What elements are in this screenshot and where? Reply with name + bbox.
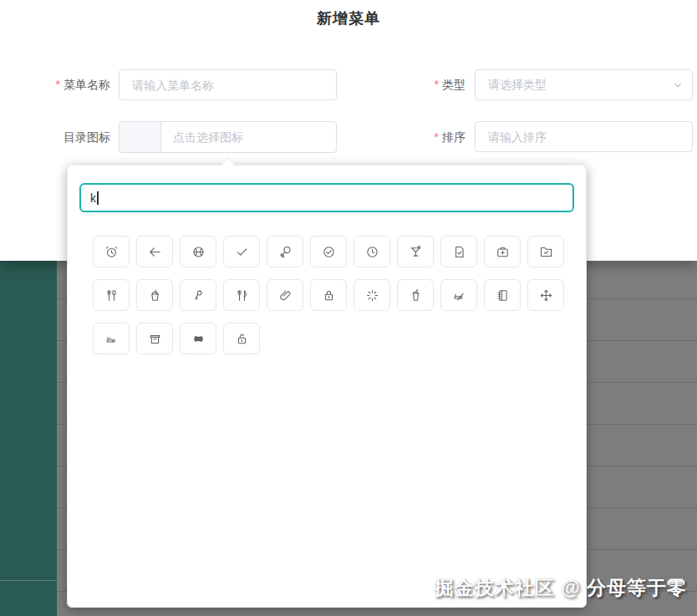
magic-stick-icon: [365, 288, 379, 303]
text-caret: [97, 191, 99, 205]
menu-name-input[interactable]: [119, 69, 337, 100]
icon-option-alarm-clock[interactable]: [93, 236, 130, 267]
check-icon: [235, 245, 249, 259]
icon-grid: [93, 236, 566, 354]
icon-option-tickets[interactable]: [180, 323, 216, 354]
fork-spoon-icon: [104, 288, 119, 303]
icon-option-rank[interactable]: [527, 279, 564, 311]
unlock-icon: [235, 332, 249, 346]
screen: 新增菜单 *菜单名称 *类型 请选择类型 目录图标 *排序 k: [0, 0, 697, 616]
alarm-clock-icon: [104, 245, 119, 259]
icon-search-value: k: [90, 191, 96, 205]
circle-check-icon: [322, 245, 336, 259]
no-smoking-icon: [452, 288, 466, 303]
notebook-icon: [496, 288, 510, 303]
icon-option-lock[interactable]: [310, 279, 347, 311]
icon-option-ice-drink[interactable]: [136, 279, 173, 311]
icon-option-unlock[interactable]: [223, 323, 260, 354]
required-marker: *: [56, 78, 60, 91]
milk-tea-icon: [409, 288, 423, 303]
sidebar-divider: [0, 580, 57, 581]
document-checked-icon: [452, 245, 466, 259]
rank-icon: [539, 288, 553, 303]
icon-option-takeaway-box[interactable]: [136, 323, 173, 354]
dialog-title: 新增菜单: [0, 8, 697, 28]
icon-option-magic-stick[interactable]: [354, 279, 390, 311]
key-icon: [191, 288, 206, 303]
icon-option-smoking[interactable]: [93, 323, 130, 354]
type-select[interactable]: 请选择类型: [475, 69, 693, 100]
icon-option-cocktail[interactable]: [397, 236, 434, 267]
icon-option-knife-fork[interactable]: [223, 279, 260, 311]
icon-picker-popover: k: [67, 165, 587, 608]
required-marker: *: [435, 130, 439, 144]
back-icon: [148, 245, 162, 259]
knife-fork-icon: [235, 288, 249, 303]
icon-option-notebook[interactable]: [484, 279, 521, 311]
tickets-icon: [191, 332, 206, 346]
dir-icon-preview[interactable]: [120, 122, 161, 152]
icon-option-basketball[interactable]: [180, 236, 216, 267]
clock-icon: [365, 245, 379, 259]
icon-option-back[interactable]: [136, 236, 173, 267]
required-marker: *: [435, 78, 439, 91]
type-select-placeholder: 请选择类型: [488, 78, 672, 93]
link-icon: [278, 288, 293, 303]
icon-option-no-smoking[interactable]: [440, 279, 477, 311]
icon-option-milk-tea[interactable]: [397, 279, 434, 311]
dir-icon-placeholder-input[interactable]: [161, 122, 336, 152]
watermark-text: 掘金技术社区 @ 分母等于零: [435, 575, 687, 601]
dir-icon-label: 目录图标: [25, 121, 110, 153]
icon-option-fork-spoon[interactable]: [93, 279, 130, 311]
dir-icon-select-input[interactable]: [119, 121, 337, 153]
dimmed-sidebar-background: [0, 261, 57, 616]
folder-checked-icon: [539, 245, 553, 259]
icon-option-check[interactable]: [223, 236, 260, 267]
icon-option-key[interactable]: [180, 279, 216, 311]
sort-label: *排序: [368, 121, 466, 153]
ice-drink-icon: [148, 288, 162, 303]
sort-input[interactable]: [475, 121, 693, 152]
menu-name-label: *菜单名称: [25, 69, 110, 100]
smoking-icon: [104, 332, 119, 346]
icon-option-first-aid-kit[interactable]: [484, 236, 521, 267]
type-label: *类型: [368, 69, 466, 100]
icon-option-folder-checked[interactable]: [527, 236, 564, 267]
icon-option-clock[interactable]: [354, 236, 390, 267]
takeaway-box-icon: [148, 332, 162, 346]
cocktail-icon: [409, 245, 423, 259]
icon-option-circle-check[interactable]: [310, 236, 347, 267]
first-aid-kit-icon: [496, 245, 510, 259]
icon-option-chicken[interactable]: [267, 236, 303, 267]
icon-option-document-checked[interactable]: [440, 236, 477, 267]
basketball-icon: [191, 245, 206, 259]
chevron-down-icon: [672, 79, 684, 91]
icon-search-input[interactable]: k: [79, 183, 574, 212]
lock-icon: [322, 288, 336, 303]
chicken-icon: [278, 245, 293, 259]
icon-option-link[interactable]: [267, 279, 303, 311]
